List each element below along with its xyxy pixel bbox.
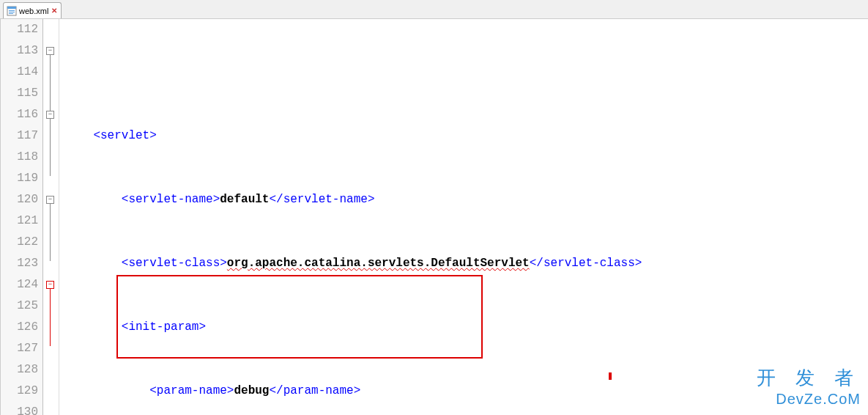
fold-toggle[interactable]: − xyxy=(46,47,54,55)
line-number: 127 xyxy=(1,338,38,359)
code-line: <servlet-class>org.apache.catalina.servl… xyxy=(65,253,868,274)
svg-rect-1 xyxy=(7,7,16,9)
line-number: 125 xyxy=(1,295,38,317)
line-number: 115 xyxy=(1,83,38,104)
tab-bar: web.xml ✕ xyxy=(0,0,868,19)
watermark: 开 发 者 DevZe.CoM xyxy=(757,365,861,408)
line-number: 128 xyxy=(1,359,38,381)
code-editor[interactable]: <servlet> <servlet-name>default</servlet… xyxy=(59,19,868,415)
code-line xyxy=(65,62,868,83)
close-icon[interactable]: ✕ xyxy=(51,7,58,15)
caret-indicator xyxy=(609,372,612,380)
fold-toggle[interactable]: − xyxy=(46,281,54,289)
line-number: 116 xyxy=(1,104,38,125)
code-line: <servlet-name>default</servlet-name> xyxy=(65,189,868,210)
line-number: 113 xyxy=(1,40,38,62)
line-number: 119 xyxy=(1,168,38,189)
editor-tab[interactable]: web.xml ✕ xyxy=(3,2,62,18)
svg-rect-3 xyxy=(9,12,15,12)
line-number-gutter: 1121131141151161171181191201211221231241… xyxy=(1,19,43,415)
tab-filename: web.xml xyxy=(19,7,48,15)
line-number: 122 xyxy=(1,232,38,253)
fold-toggle[interactable]: − xyxy=(46,196,54,204)
editor-area: 1121131141151161171181191201211221231241… xyxy=(0,19,868,415)
watermark-en: DevZe.CoM xyxy=(757,391,861,408)
svg-rect-2 xyxy=(9,10,15,11)
code-line: <servlet> xyxy=(65,125,868,147)
svg-rect-4 xyxy=(9,13,13,14)
line-number: 121 xyxy=(1,210,38,232)
line-number: 129 xyxy=(1,381,38,402)
line-number: 126 xyxy=(1,317,38,338)
fold-gutter: − − − − xyxy=(43,19,59,415)
line-number: 120 xyxy=(1,189,38,210)
line-number: 123 xyxy=(1,253,38,274)
line-number: 124 xyxy=(1,274,38,295)
line-number: 117 xyxy=(1,125,38,147)
line-number: 112 xyxy=(1,19,38,40)
watermark-cn: 开 发 者 xyxy=(757,365,861,391)
line-number: 130 xyxy=(1,402,38,415)
code-line: <init-param> xyxy=(65,317,868,338)
fold-toggle[interactable]: − xyxy=(46,111,54,119)
line-number: 118 xyxy=(1,147,38,168)
line-number: 114 xyxy=(1,62,38,83)
code-line: <param-name>debug</param-name> xyxy=(65,381,868,402)
file-icon xyxy=(7,6,17,16)
